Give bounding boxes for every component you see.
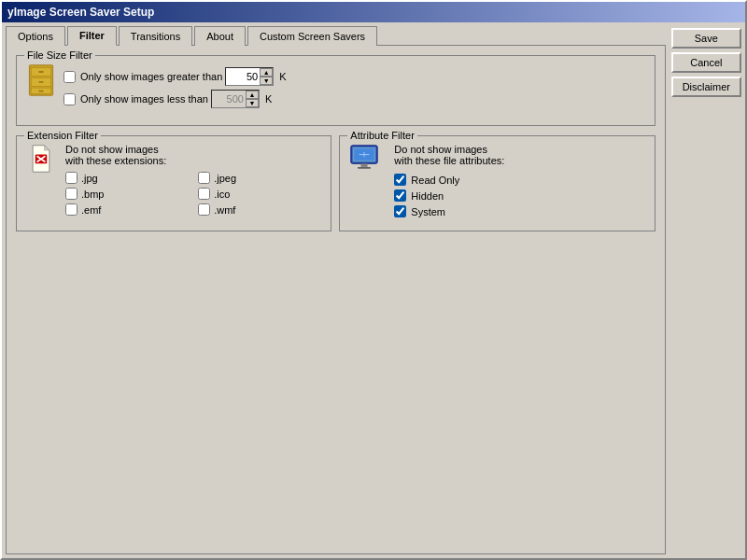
attr-desc-1: Do not show images (394, 144, 644, 155)
greater-than-label: Only show images greater than (80, 71, 222, 82)
file-size-filter-title: File Size Filter (24, 49, 95, 61)
extension-filter-group: Extension Filter Do not sh (16, 135, 331, 231)
attribute-filter-group: Attribute Filter (339, 135, 655, 231)
attr-desc-2: with these file attributes: (394, 155, 644, 166)
main-area: Options Filter Transitions About Custom … (6, 26, 666, 554)
ext-jpg-checkbox[interactable] (65, 172, 78, 184)
greater-than-spin-down[interactable]: ▼ (260, 77, 273, 85)
extension-desc-1: Do not show images (65, 144, 321, 155)
tab-about[interactable]: About (194, 26, 246, 46)
greater-than-spin: ▲ ▼ (260, 68, 273, 85)
greater-than-checkbox[interactable] (63, 71, 76, 83)
extension-grid: .jpg .jpeg .bmp (65, 172, 321, 216)
title-bar: yImage Screen Saver Setup (2, 2, 745, 22)
sidebar-buttons: Save Cancel Disclaimer (671, 28, 741, 554)
tab-transitions[interactable]: Transitions (119, 26, 192, 46)
attr-system: System (394, 205, 644, 217)
attr-hidden-checkbox[interactable] (394, 189, 406, 202)
less-than-row: Only show images less than ▲ ▼ K (63, 90, 645, 108)
ext-ico-label: .ico (214, 189, 230, 200)
extension-filter-title: Extension Filter (24, 130, 101, 141)
svg-rect-5 (38, 81, 43, 83)
ext-jpg: .jpg (65, 172, 189, 184)
svg-rect-6 (38, 91, 43, 92)
greater-than-input[interactable] (226, 68, 260, 85)
size-filter-row: Only show images greater than ▲ ▼ K (26, 63, 645, 112)
attr-readonly: Read Only (394, 174, 644, 186)
attribute-filter-title: Attribute Filter (347, 130, 416, 141)
tab-options[interactable]: Options (6, 26, 65, 46)
greater-than-row: Only show images greater than ▲ ▼ K (63, 67, 645, 86)
tab-filter[interactable]: Filter (67, 26, 117, 46)
ext-wmf: .wmf (198, 203, 321, 216)
cabinet-icon (26, 63, 56, 97)
main-window: yImage Screen Saver Setup Options Filter… (0, 0, 747, 560)
svg-marker-8 (45, 146, 49, 150)
disclaimer-button[interactable]: Disclaimer (671, 77, 741, 97)
ext-wmf-label: .wmf (214, 204, 235, 216)
window-title: yImage Screen Saver Setup (7, 6, 154, 19)
attr-readonly-checkbox[interactable] (394, 174, 406, 186)
greater-than-spin-up[interactable]: ▲ (260, 68, 273, 77)
attribute-filter-inner: Do not show images with these file attri… (349, 144, 644, 221)
save-button[interactable]: Save (671, 28, 741, 49)
ext-emf-label: .emf (81, 204, 101, 216)
ext-jpg-label: .jpg (81, 173, 98, 184)
extension-filter-content: Do not show images with these extensions… (65, 144, 321, 216)
extension-icon (26, 144, 56, 174)
less-than-label: Only show images less than (80, 93, 208, 105)
file-size-filter-group: File Size Filter (16, 55, 655, 126)
ext-jpeg: .jpeg (198, 172, 321, 184)
less-than-spin-up[interactable]: ▲ (246, 91, 259, 99)
cancel-button[interactable]: Cancel (671, 52, 741, 73)
ext-emf: .emf (65, 203, 189, 216)
ext-emf-checkbox[interactable] (65, 203, 78, 216)
ext-jpeg-label: .jpeg (214, 173, 236, 184)
attr-readonly-label: Read Only (411, 175, 459, 186)
attr-system-checkbox[interactable] (394, 205, 406, 217)
less-than-checkbox[interactable] (63, 93, 76, 105)
attr-list: Read Only Hidden System (394, 174, 644, 217)
ext-bmp-label: .bmp (81, 189, 104, 200)
attr-system-label: System (411, 206, 445, 217)
attribute-filter-content: Do not show images with these file attri… (394, 144, 644, 221)
ext-ico-checkbox[interactable] (198, 188, 210, 200)
less-than-spin-down[interactable]: ▼ (246, 99, 259, 107)
svg-rect-16 (361, 163, 368, 167)
size-filter-rows: Only show images greater than ▲ ▼ K (63, 63, 645, 112)
ext-jpeg-checkbox[interactable] (198, 172, 210, 184)
monitor-icon (349, 144, 379, 174)
ext-bmp: .bmp (65, 188, 189, 200)
bottom-filters: Extension Filter Do not sh (16, 135, 655, 241)
extension-filter-inner: Do not show images with these extensions… (26, 144, 321, 216)
less-than-input[interactable] (212, 91, 246, 107)
greater-than-input-wrap: ▲ ▼ (225, 67, 274, 86)
svg-rect-17 (358, 167, 371, 169)
less-than-unit: K (265, 93, 272, 105)
tab-content: File Size Filter (6, 45, 666, 554)
ext-ico: .ico (198, 188, 321, 200)
attr-hidden: Hidden (394, 189, 644, 202)
ext-bmp-checkbox[interactable] (65, 188, 78, 200)
greater-than-unit: K (279, 71, 286, 82)
less-than-input-wrap: ▲ ▼ (211, 90, 260, 108)
extension-desc-2: with these extensions: (65, 155, 321, 166)
tab-bar: Options Filter Transitions About Custom … (6, 26, 666, 46)
less-than-spin: ▲ ▼ (246, 91, 259, 107)
ext-wmf-checkbox[interactable] (198, 203, 210, 216)
tab-custom-screen-savers[interactable]: Custom Screen Savers (247, 26, 377, 46)
attr-hidden-label: Hidden (411, 190, 444, 202)
svg-rect-4 (38, 71, 43, 73)
